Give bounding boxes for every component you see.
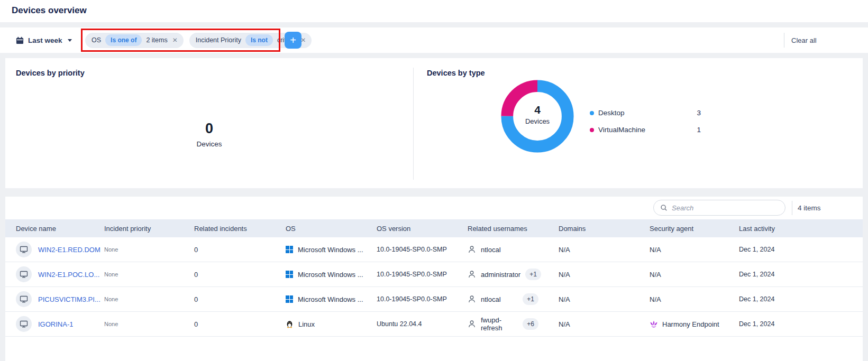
calendar-icon xyxy=(16,36,24,44)
more-users-badge[interactable]: +1 xyxy=(525,269,541,280)
harmony-lotus-icon xyxy=(650,320,658,328)
incident-priority-value: None xyxy=(104,296,194,302)
items-count: 4 items xyxy=(798,197,821,219)
domains-value: N/A xyxy=(559,295,650,303)
devices-by-priority-kpi: 0 Devices xyxy=(5,121,413,148)
username-value: ntlocal xyxy=(481,295,501,303)
windows-icon xyxy=(286,271,293,278)
username-value: fwupd-refresh xyxy=(481,316,518,332)
monitor-icon xyxy=(20,270,28,279)
donut-legend: Desktop 3 VirtualMachine 1 xyxy=(590,109,701,143)
related-incidents-value: 0 xyxy=(194,295,286,303)
close-icon[interactable]: ✕ xyxy=(172,36,178,44)
os-name: Microsoft Windows ... xyxy=(298,271,363,279)
device-name-link[interactable]: WIN2-E1.POC.LO... xyxy=(38,271,99,279)
related-incidents-value: 0 xyxy=(194,246,286,254)
devices-by-priority-panel: Devices by priority 0 Devices xyxy=(5,58,413,188)
device-name-link[interactable]: IGORINA-1 xyxy=(38,320,73,328)
legend-value: 1 xyxy=(697,126,701,134)
device-avatar xyxy=(16,291,32,307)
related-incidents-value: 0 xyxy=(194,271,286,279)
table-row[interactable]: WIN2-E1.RED.DOM None 0 Microsoft Windows… xyxy=(5,237,863,262)
time-range-label: Last week xyxy=(28,36,62,44)
devices-by-type-title: Devices by type xyxy=(427,69,485,77)
column-header-related-usernames[interactable]: Related usernames xyxy=(468,225,559,233)
column-header-last-activity[interactable]: Last activity xyxy=(739,225,863,233)
column-header-related-incidents[interactable]: Related incidents xyxy=(194,225,286,233)
last-activity-value: Dec 1, 2024 xyxy=(739,246,863,253)
table-row[interactable]: WIN2-E1.POC.LO... None 0 Microsoft Windo… xyxy=(5,262,863,287)
devices-by-type-donut-chart: 4 Devices xyxy=(498,77,577,155)
table-row[interactable]: IGORINA-1 None 0 Linux Ubuntu 22.04.4 fw… xyxy=(5,312,863,337)
filter-chip-os[interactable]: OS Is one of 2 items ✕ xyxy=(85,33,184,48)
device-name-link[interactable]: WIN2-E1.RED.DOM xyxy=(38,246,100,254)
search-icon xyxy=(660,204,668,211)
devices-by-priority-title: Devices by priority xyxy=(16,69,85,77)
filter-bar: Last week OS Is one of 2 items ✕ Inciden… xyxy=(0,27,868,53)
add-filter-button[interactable]: + xyxy=(285,32,301,49)
filter-chip-value[interactable]: 2 items xyxy=(146,36,167,44)
charts-card: Devices by priority 0 Devices Devices by… xyxy=(5,58,863,188)
column-header-device-name[interactable]: Device name xyxy=(16,225,104,233)
filter-chip-field: OS xyxy=(92,36,101,44)
column-header-security-agent[interactable]: Security agent xyxy=(650,225,739,233)
legend-label: Desktop xyxy=(598,109,625,117)
devices-by-type-panel: Devices by type 4 Devices Desktop 3 Vi xyxy=(414,58,863,188)
os-version-value: 10.0-19045-SP0.0-SMP xyxy=(377,271,468,278)
filter-chip-operator[interactable]: Is not xyxy=(245,34,273,46)
security-agent-value: Harmony Endpoint xyxy=(662,320,719,328)
monitor-icon xyxy=(20,245,28,254)
divider xyxy=(784,33,784,48)
device-avatar xyxy=(16,316,32,332)
user-icon xyxy=(468,245,476,254)
column-header-incident-priority[interactable]: Incident priority xyxy=(104,225,194,233)
os-version-value: Ubuntu 22.04.4 xyxy=(377,320,468,328)
table-row[interactable]: PICUSVICTIM3.PI... None 0 Microsoft Wind… xyxy=(5,287,863,312)
username-value: administrator xyxy=(481,271,520,279)
incident-priority-value: None xyxy=(104,246,194,253)
os-name: Linux xyxy=(298,320,315,328)
linux-tux-icon xyxy=(286,320,294,328)
monitor-icon xyxy=(20,320,28,328)
legend-dot xyxy=(590,111,594,115)
user-icon xyxy=(468,270,476,279)
clear-all-button[interactable]: Clear all xyxy=(791,27,817,53)
top-strip: Devices overview xyxy=(0,0,868,22)
security-agent-value: N/A xyxy=(650,246,739,254)
security-agent-value: N/A xyxy=(650,271,739,279)
os-version-value: 10.0-19045-SP0.0-SMP xyxy=(377,246,468,253)
column-header-domains[interactable]: Domains xyxy=(559,225,650,233)
windows-icon xyxy=(286,246,293,253)
related-incidents-value: 0 xyxy=(194,320,286,328)
table-header: Device name Incident priority Related in… xyxy=(5,219,863,237)
device-name-link[interactable]: PICUSVICTIM3.PI... xyxy=(38,295,100,303)
legend-item-virtualmachine[interactable]: VirtualMachine 1 xyxy=(590,126,701,134)
filter-chip-operator[interactable]: Is one of xyxy=(105,34,142,46)
time-range-selector[interactable]: Last week xyxy=(16,27,72,53)
more-users-badge[interactable]: +6 xyxy=(523,318,538,330)
os-name: Microsoft Windows ... xyxy=(298,295,363,303)
more-users-badge[interactable]: +1 xyxy=(523,293,538,305)
security-agent-value: N/A xyxy=(650,295,739,303)
table-body: WIN2-E1.RED.DOM None 0 Microsoft Windows… xyxy=(5,237,863,337)
user-icon xyxy=(468,320,476,328)
chevron-down-icon xyxy=(68,39,72,42)
user-icon xyxy=(468,295,476,303)
page-title: Devices overview xyxy=(12,5,87,16)
column-header-os[interactable]: OS xyxy=(286,225,377,233)
domains-value: N/A xyxy=(559,271,650,279)
monitor-icon xyxy=(20,295,28,303)
column-header-os-version[interactable]: OS version xyxy=(377,225,468,233)
kpi-label: Devices xyxy=(5,140,413,148)
last-activity-value: Dec 1, 2024 xyxy=(739,271,863,278)
legend-item-desktop[interactable]: Desktop 3 xyxy=(590,109,701,117)
windows-icon xyxy=(286,295,293,303)
search-box[interactable] xyxy=(653,200,785,216)
last-activity-value: Dec 1, 2024 xyxy=(739,295,863,303)
device-avatar xyxy=(16,242,32,257)
devices-table-card: 4 items Device name Incident priority Re… xyxy=(5,197,863,361)
incident-priority-value: None xyxy=(104,321,194,327)
search-input[interactable] xyxy=(672,204,779,212)
device-avatar xyxy=(16,266,32,282)
filter-chip-field: Incident Priority xyxy=(196,36,241,44)
